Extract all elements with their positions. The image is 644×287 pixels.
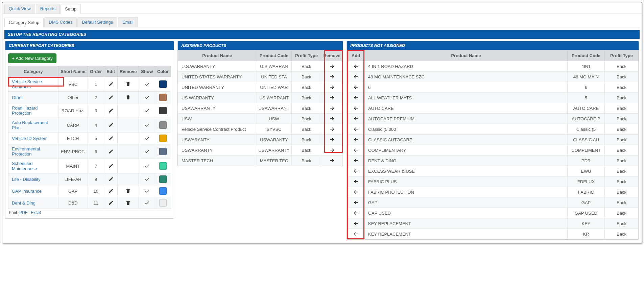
check-icon[interactable] (144, 81, 150, 87)
unassigned-code: AUTOCARE P (568, 114, 605, 124)
arrow-right-icon[interactable] (329, 158, 335, 163)
arrow-right-icon[interactable] (329, 116, 335, 121)
arrow-left-icon[interactable] (353, 189, 359, 194)
color-swatch[interactable] (159, 187, 167, 195)
col-category: Category (8, 66, 58, 77)
color-swatch[interactable] (159, 175, 167, 183)
category-link[interactable]: Scheduled Maintenance (12, 161, 37, 171)
arrow-left-icon[interactable] (353, 126, 359, 131)
category-link[interactable]: Other (12, 95, 23, 100)
edit-icon[interactable] (108, 176, 114, 182)
check-icon[interactable] (144, 95, 150, 100)
unassigned-row: GAP USEDGAP USEDBack (347, 208, 639, 218)
unassigned-code: KR (568, 229, 605, 239)
edit-icon[interactable] (108, 81, 114, 87)
arrow-right-icon[interactable] (329, 95, 335, 100)
arrow-left-icon[interactable] (353, 63, 359, 68)
sub-tab-dms-codes[interactable]: DMS Codes (44, 17, 77, 27)
color-swatch[interactable] (159, 121, 167, 129)
check-icon[interactable] (144, 108, 150, 113)
unassigned-name: KEY REPLACEMENT (365, 218, 568, 229)
unassigned-code: KEY (568, 218, 605, 229)
trash-icon[interactable] (125, 188, 131, 193)
color-swatch[interactable] (159, 199, 167, 207)
category-link[interactable]: Vehicle ID System (12, 136, 48, 141)
arrow-left-icon[interactable] (353, 147, 359, 152)
arrow-left-icon[interactable] (353, 168, 359, 173)
top-tab-setup[interactable]: Setup (61, 4, 81, 14)
arrow-right-icon[interactable] (329, 147, 335, 152)
arrow-left-icon[interactable] (353, 74, 359, 79)
arrow-right-icon[interactable] (329, 105, 335, 110)
category-link[interactable]: Road Hazard Protection (12, 105, 38, 116)
arrow-right-icon[interactable] (329, 74, 335, 79)
trash-icon[interactable] (125, 95, 131, 100)
col-order: Order (88, 66, 104, 77)
color-swatch[interactable] (159, 135, 167, 142)
arrow-right-icon[interactable] (329, 63, 335, 68)
edit-icon[interactable] (108, 200, 114, 205)
assigned-code: US WARRANT (256, 93, 292, 103)
edit-icon[interactable] (108, 149, 114, 154)
edit-icon[interactable] (108, 108, 114, 113)
color-swatch[interactable] (159, 148, 167, 155)
assigned-code: UNITED WAR (256, 82, 292, 93)
arrow-right-icon[interactable] (329, 126, 335, 131)
check-icon[interactable] (144, 136, 150, 141)
edit-icon[interactable] (108, 95, 114, 100)
check-icon[interactable] (144, 163, 150, 168)
arrow-left-icon[interactable] (353, 84, 359, 89)
arrow-left-icon[interactable] (353, 95, 359, 100)
arrow-left-icon[interactable] (353, 199, 359, 205)
arrow-left-icon[interactable] (353, 116, 359, 121)
check-icon[interactable] (144, 200, 150, 205)
col-ucode: Product Code (568, 50, 605, 61)
category-link[interactable]: Vehicle Service Contracts (12, 79, 42, 89)
category-link[interactable]: Dent & Ding (12, 200, 35, 206)
print-excel-link[interactable]: Excel (31, 210, 41, 215)
sub-tab-default-settings[interactable]: Default Settings (77, 17, 117, 27)
color-swatch[interactable] (159, 94, 167, 101)
arrow-left-icon[interactable] (353, 220, 359, 225)
arrow-left-icon[interactable] (353, 105, 359, 110)
unassigned-profit: Back (605, 114, 639, 124)
assigned-name: USAWARRANTY (178, 103, 256, 114)
category-link[interactable]: Environmental Protection (12, 146, 40, 157)
edit-icon[interactable] (108, 122, 114, 127)
print-pdf-link[interactable]: PDF (19, 210, 27, 215)
top-tab-reports[interactable]: Reports (36, 4, 60, 14)
category-link[interactable]: Life - Disability (12, 177, 41, 182)
unassigned-code: GAP USED (568, 208, 605, 218)
color-swatch[interactable] (159, 80, 167, 88)
category-link[interactable]: Auto Replacement Plan (12, 120, 48, 130)
check-icon[interactable] (144, 122, 150, 127)
assigned-row: UNITED WARRANTYUNITED WARBack (178, 82, 343, 93)
edit-icon[interactable] (108, 136, 114, 141)
top-tab-quick-view[interactable]: Quick View (4, 4, 35, 14)
check-icon[interactable] (144, 149, 150, 154)
arrow-left-icon[interactable] (353, 231, 359, 236)
category-link[interactable]: GAP Insurance (12, 189, 42, 194)
arrow-right-icon[interactable] (329, 137, 335, 142)
check-icon[interactable] (144, 176, 150, 182)
edit-icon[interactable] (108, 163, 114, 168)
color-swatch[interactable] (159, 107, 167, 114)
arrow-left-icon[interactable] (353, 137, 359, 142)
arrow-left-icon[interactable] (353, 210, 359, 215)
category-short: ETCH (58, 133, 88, 144)
col-color: Color (155, 66, 171, 77)
category-short: CARP (58, 118, 88, 133)
add-new-category-button[interactable]: + Add New Category (8, 53, 56, 63)
trash-icon[interactable] (125, 81, 131, 87)
sub-tab-category-setup[interactable]: Category Setup (4, 18, 44, 27)
edit-icon[interactable] (108, 188, 114, 193)
color-swatch[interactable] (159, 162, 167, 170)
arrow-left-icon[interactable] (353, 178, 359, 184)
arrow-left-icon[interactable] (353, 158, 359, 163)
sub-tab-email[interactable]: Email (118, 17, 138, 27)
trash-icon[interactable] (125, 200, 131, 205)
arrow-right-icon[interactable] (329, 84, 335, 89)
unassigned-code: EWU (568, 166, 605, 176)
check-icon[interactable] (144, 188, 150, 193)
col-uname: Product Name (365, 50, 568, 61)
